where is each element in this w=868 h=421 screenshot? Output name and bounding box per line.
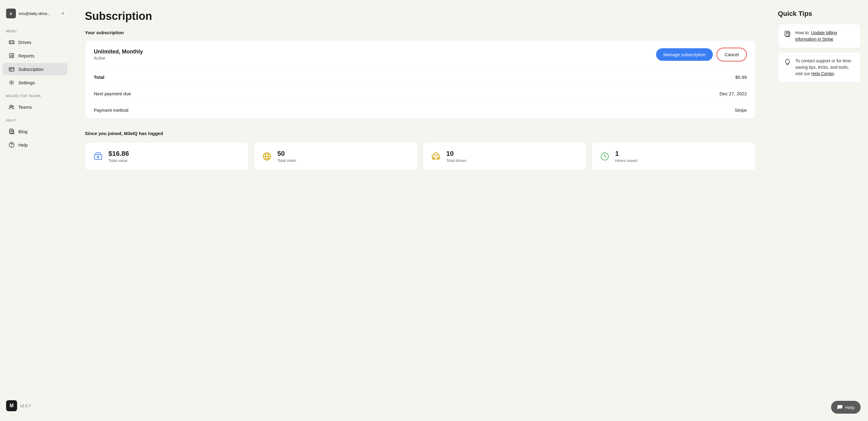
sidebar: k kris@daily-drive... ▾ Menu Drives Repo… <box>0 0 70 421</box>
book-icon <box>784 30 791 37</box>
total-value: $5.99 <box>735 74 747 80</box>
tip-billing: How to: Update billing information in St… <box>778 24 861 48</box>
teams-section-label: MileIQ for Teams <box>0 89 70 100</box>
page-title: Subscription <box>85 10 755 23</box>
drives-icon <box>8 39 15 45</box>
help-float-button[interactable]: Help <box>831 401 861 414</box>
page-header: Subscription <box>70 0 770 30</box>
stat-hours-saved-number: 1 <box>615 150 638 158</box>
sidebar-item-drives-label: Drives <box>18 40 31 45</box>
help-circle-icon <box>8 142 15 148</box>
total-label: Total <box>94 74 104 80</box>
stat-total-miles-info: 50 Total miles <box>277 150 296 163</box>
sidebar-item-teams-label: Teams <box>18 104 32 110</box>
stats-grid: $16.86 Total value 50 Total miles <box>85 142 755 171</box>
stat-total-drives-number: 10 <box>446 150 466 158</box>
content-area: Your subscription Unlimited, Monthly Act… <box>70 30 770 421</box>
payment-method-row: Payment method Stripe <box>85 102 755 118</box>
next-payment-label: Next payment due <box>94 91 131 96</box>
sidebar-item-subscription-label: Subscription <box>18 67 44 72</box>
stats-title: Since you joined, MileIQ has logged <box>85 131 755 136</box>
svg-point-11 <box>11 146 12 146</box>
reports-icon <box>8 53 15 59</box>
clock-icon <box>599 151 610 162</box>
sidebar-item-help-label: Help <box>18 142 28 148</box>
next-payment-value: Dec 27, 2022 <box>719 91 747 96</box>
svg-point-2 <box>12 43 13 44</box>
svg-point-7 <box>10 105 11 107</box>
sidebar-item-blog[interactable]: Blog <box>2 125 67 138</box>
sidebar-item-blog-label: Blog <box>18 129 28 134</box>
svg-rect-4 <box>9 67 14 71</box>
subscription-header: Unlimited, Monthly Active Manage subscri… <box>85 40 755 69</box>
stat-total-miles-number: 50 <box>277 150 296 158</box>
total-row: Total $5.99 <box>85 69 755 86</box>
subscription-actions: Manage subscription Cancel <box>656 48 747 61</box>
next-payment-row: Next payment due Dec 27, 2022 <box>85 86 755 102</box>
car-icon <box>430 151 441 162</box>
sidebar-item-teams[interactable]: Teams <box>2 101 67 113</box>
sidebar-item-subscription[interactable]: Subscription <box>2 63 67 75</box>
teams-icon <box>8 104 15 110</box>
right-panel: Quick Tips How to: Update billing inform… <box>770 0 868 421</box>
help-section-label: Help <box>0 114 70 125</box>
quick-tips-title: Quick Tips <box>778 10 861 18</box>
sidebar-item-settings-label: Settings <box>18 80 35 85</box>
chevron-down-icon: ▾ <box>62 11 64 16</box>
settings-icon <box>8 80 15 86</box>
stat-total-miles: 50 Total miles <box>254 142 418 171</box>
payment-method-label: Payment method <box>94 108 128 113</box>
tip-support-link[interactable]: Help Center <box>811 71 834 76</box>
help-float-label: Help <box>845 405 855 410</box>
cancel-button[interactable]: Cancel <box>716 48 747 61</box>
payment-method-value: Stripe <box>735 108 747 113</box>
sidebar-item-settings[interactable]: Settings <box>2 77 67 89</box>
stat-total-drives-info: 10 Total drives <box>446 150 466 163</box>
svg-point-17 <box>433 157 435 159</box>
sidebar-item-help[interactable]: Help <box>2 139 67 151</box>
stat-total-drives: 10 Total drives <box>423 142 587 171</box>
stat-total-value: $16.86 Total value <box>85 142 249 171</box>
stat-total-miles-label: Total miles <box>277 158 296 163</box>
subscription-card: Unlimited, Monthly Active Manage subscri… <box>85 40 755 119</box>
sidebar-item-reports-label: Reports <box>18 53 34 58</box>
svg-point-6 <box>11 82 12 83</box>
subscription-icon <box>8 66 15 72</box>
svg-point-13 <box>97 156 99 158</box>
tip-billing-link[interactable]: Update billing information in Stripe <box>795 30 837 41</box>
main-content: Subscription Your subscription Unlimited… <box>70 0 770 421</box>
your-subscription-title: Your subscription <box>85 30 755 35</box>
version-text: v2.0.7 <box>20 403 31 408</box>
avatar: k <box>6 8 16 18</box>
sidebar-item-reports[interactable]: Reports <box>2 50 67 62</box>
stat-hours-saved-label: Hours saved <box>615 158 638 163</box>
menu-section-label: Menu <box>0 25 70 35</box>
mileiq-logo: M <box>6 400 17 411</box>
stat-total-drives-label: Total drives <box>446 158 466 163</box>
tip-support-text: To contact support or for time-saving ti… <box>795 58 855 77</box>
svg-rect-5 <box>10 70 11 70</box>
tip-billing-text: How to: Update billing information in St… <box>795 30 855 42</box>
svg-point-18 <box>437 157 439 159</box>
globe-icon <box>261 151 273 162</box>
svg-point-8 <box>12 106 13 107</box>
svg-point-1 <box>10 43 11 44</box>
manage-subscription-button[interactable]: Manage subscription <box>656 48 713 61</box>
plan-name: Unlimited, Monthly <box>94 49 143 55</box>
stat-hours-saved: 1 Hours saved <box>592 142 755 171</box>
stat-total-value-info: $16.86 Total value <box>108 150 129 163</box>
svg-rect-12 <box>94 155 102 159</box>
user-menu[interactable]: k kris@daily-drive... ▾ <box>0 5 70 25</box>
blog-icon <box>8 128 15 134</box>
user-name: kris@daily-drive... <box>19 11 59 16</box>
chat-icon <box>837 404 843 410</box>
svg-rect-20 <box>785 31 789 36</box>
stat-total-value-label: Total value <box>108 158 129 163</box>
sidebar-item-drives[interactable]: Drives <box>2 36 67 48</box>
sidebar-footer: M v2.0.7 <box>0 395 70 416</box>
stat-hours-saved-info: 1 Hours saved <box>615 150 638 163</box>
plan-status: Active <box>94 56 143 60</box>
lightbulb-icon <box>784 58 791 66</box>
stat-total-value-number: $16.86 <box>108 150 129 158</box>
money-icon <box>93 151 103 162</box>
